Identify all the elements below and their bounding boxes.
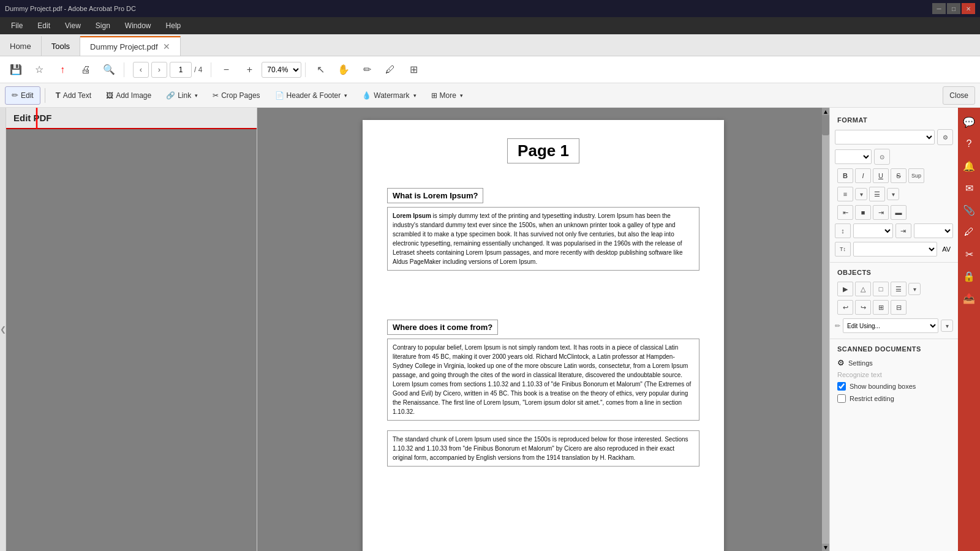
minimize-button[interactable]: ─ bbox=[932, 3, 946, 14]
highlight-button[interactable]: 🖊 bbox=[379, 59, 401, 80]
edge-comment-button[interactable]: 💬 bbox=[960, 113, 978, 131]
menu-window[interactable]: Window bbox=[119, 20, 157, 32]
recognize-text-label: Recognize text bbox=[837, 371, 882, 378]
tab-close-icon[interactable]: ✕ bbox=[163, 42, 170, 51]
save-button[interactable]: 💾 bbox=[5, 59, 27, 80]
align-justify-button[interactable]: ▬ bbox=[891, 205, 907, 220]
indent-select[interactable] bbox=[914, 223, 954, 238]
superscript-button[interactable]: Sup bbox=[908, 168, 924, 183]
close-window-button[interactable]: ✕ bbox=[962, 3, 975, 14]
show-bounding-boxes-checkbox[interactable] bbox=[837, 382, 846, 391]
obj-group-button[interactable]: ☰ bbox=[891, 282, 907, 296]
close-edit-button[interactable]: Close bbox=[943, 86, 975, 105]
select-tool-button[interactable]: ↖ bbox=[309, 59, 331, 80]
object-actions-row-1: ▶ △ □ ☰ ▾ bbox=[830, 280, 958, 298]
font-family-select[interactable] bbox=[835, 130, 935, 144]
annotate-button[interactable]: ✏ bbox=[356, 59, 378, 80]
font-size-icon[interactable]: ⊙ bbox=[874, 149, 890, 165]
restrict-editing-checkbox[interactable] bbox=[837, 394, 846, 403]
main-toolbar: 💾 ☆ ↑ 🖨 🔍 ‹ › / 4 − + 70.4% 50% 75% 100%… bbox=[0, 56, 980, 83]
bookmark-button[interactable]: ☆ bbox=[28, 59, 50, 80]
font-size-select[interactable] bbox=[835, 149, 872, 164]
edit-button[interactable]: ✏ Edit bbox=[5, 86, 40, 105]
edge-attach-button[interactable]: 📎 bbox=[960, 201, 978, 219]
more-button[interactable]: ⊞ More bbox=[425, 86, 469, 105]
close-edit-label: Close bbox=[949, 91, 968, 100]
tab-home[interactable]: Home bbox=[0, 36, 42, 56]
align-left-button[interactable]: ⇤ bbox=[837, 205, 853, 220]
line-spacing-button[interactable]: ↕ bbox=[835, 223, 851, 238]
right-sidebar: FORMAT ⚙ ⊙ B I U S Sup ≡ ▾ ☰ bbox=[829, 108, 958, 551]
section-1-body: Lorem Ipsum is simply dummy text of the … bbox=[387, 207, 699, 271]
menu-view[interactable]: View bbox=[59, 20, 87, 32]
scroll-down-btn[interactable]: ▾ bbox=[822, 544, 829, 551]
bullet-list-button[interactable]: ≡ bbox=[837, 187, 853, 201]
left-sidebar: ❮ Edit PDF bbox=[0, 108, 257, 551]
align-right-button[interactable]: ⇥ bbox=[873, 205, 889, 220]
char-spacing-button[interactable]: T↕ bbox=[835, 242, 851, 257]
header-footer-button[interactable]: 📄 Header & Footer bbox=[269, 86, 354, 105]
edge-help-button[interactable]: ? bbox=[960, 135, 978, 153]
strikethrough-button[interactable]: S bbox=[891, 168, 907, 183]
align-center-button[interactable]: ■ bbox=[855, 205, 871, 220]
obj-copy-button[interactable]: ⊞ bbox=[873, 300, 889, 315]
edge-notify-button[interactable]: 🔔 bbox=[960, 157, 978, 175]
add-image-button[interactable]: 🖼 Add Image bbox=[100, 86, 157, 105]
edge-cut-button[interactable]: ✂ bbox=[960, 245, 978, 263]
link-button[interactable]: 🔗 Link bbox=[160, 86, 204, 105]
edge-export-button[interactable]: 📤 bbox=[960, 289, 978, 307]
menu-file[interactable]: File bbox=[5, 20, 29, 32]
obj-distribute-button[interactable]: □ bbox=[873, 282, 889, 296]
zoom-out-button[interactable]: − bbox=[215, 59, 237, 80]
zoom-in-button[interactable]: + bbox=[238, 59, 260, 80]
edit-using-select[interactable]: Edit Using... bbox=[843, 318, 938, 333]
page-forward-button[interactable]: › bbox=[151, 62, 167, 78]
font-settings-icon[interactable]: ⚙ bbox=[937, 129, 953, 145]
section-where-from: Where does it come from? Contrary to pop… bbox=[387, 320, 699, 467]
pdf-scrollbar[interactable]: ▾ ▴ bbox=[822, 108, 829, 551]
line-spacing-select[interactable] bbox=[853, 223, 893, 238]
numbered-list-button[interactable]: ☰ bbox=[869, 187, 885, 201]
search-button[interactable]: 🔍 bbox=[98, 59, 120, 80]
edit-using-arrow[interactable]: ▾ bbox=[941, 320, 953, 332]
edge-protect-button[interactable]: 🔒 bbox=[960, 267, 978, 285]
current-page-input[interactable] bbox=[170, 62, 192, 78]
crop-pages-button[interactable]: ✂ Crop Pages bbox=[206, 86, 266, 105]
obj-undo-button[interactable]: ↩ bbox=[837, 300, 853, 315]
edge-sign-button[interactable]: 🖊 bbox=[960, 223, 978, 241]
back-button[interactable]: ↑ bbox=[51, 59, 74, 80]
bold-button[interactable]: B bbox=[837, 168, 853, 183]
add-text-button[interactable]: T Add Text bbox=[50, 86, 97, 105]
more-tools-button[interactable]: ⊞ bbox=[402, 59, 424, 80]
tab-tools[interactable]: Tools bbox=[42, 36, 80, 56]
print-button[interactable]: 🖨 bbox=[75, 59, 97, 80]
tab-bar: Home Tools Dummy Project.pdf ✕ bbox=[0, 34, 980, 56]
obj-more-arrow[interactable]: ▾ bbox=[908, 283, 921, 295]
bullet-list-arrow[interactable]: ▾ bbox=[855, 188, 867, 200]
edge-mail-button[interactable]: ✉ bbox=[960, 179, 978, 197]
obj-align-button[interactable]: △ bbox=[855, 282, 871, 296]
view-tools-section: ↖ ✋ ✏ 🖊 ⊞ bbox=[309, 59, 424, 80]
numbered-list-arrow[interactable]: ▾ bbox=[887, 188, 899, 200]
scroll-up-btn[interactable]: ▴ bbox=[822, 108, 829, 115]
panel-collapse-icon: ❮ bbox=[0, 325, 6, 334]
menu-edit[interactable]: Edit bbox=[31, 20, 56, 32]
indent-right-button[interactable]: ⇥ bbox=[895, 223, 911, 238]
char-spacing-select[interactable] bbox=[853, 242, 937, 257]
left-panel-toggle[interactable]: ❮ bbox=[0, 108, 6, 551]
header-footer-label: Header & Footer bbox=[287, 91, 341, 100]
tab-dummy-project[interactable]: Dummy Project.pdf ✕ bbox=[80, 36, 181, 56]
italic-button[interactable]: I bbox=[855, 168, 871, 183]
menu-help[interactable]: Help bbox=[160, 20, 187, 32]
maximize-button[interactable]: □ bbox=[947, 3, 960, 14]
pdf-container[interactable]: Page 1 What is Lorem Ipsum? Lorem Ipsum … bbox=[257, 108, 829, 551]
obj-delete-button[interactable]: ⊟ bbox=[891, 300, 907, 315]
menu-sign[interactable]: Sign bbox=[89, 20, 116, 32]
underline-button[interactable]: U bbox=[873, 168, 889, 183]
obj-bring-front-button[interactable]: ▶ bbox=[837, 282, 853, 296]
zoom-select[interactable]: 70.4% 50% 75% 100% 125% 150% bbox=[262, 62, 301, 78]
page-back-button[interactable]: ‹ bbox=[133, 62, 149, 78]
obj-redo-button[interactable]: ↪ bbox=[855, 300, 871, 315]
watermark-button[interactable]: 💧 Watermark bbox=[356, 86, 422, 105]
hand-tool-button[interactable]: ✋ bbox=[333, 59, 355, 80]
